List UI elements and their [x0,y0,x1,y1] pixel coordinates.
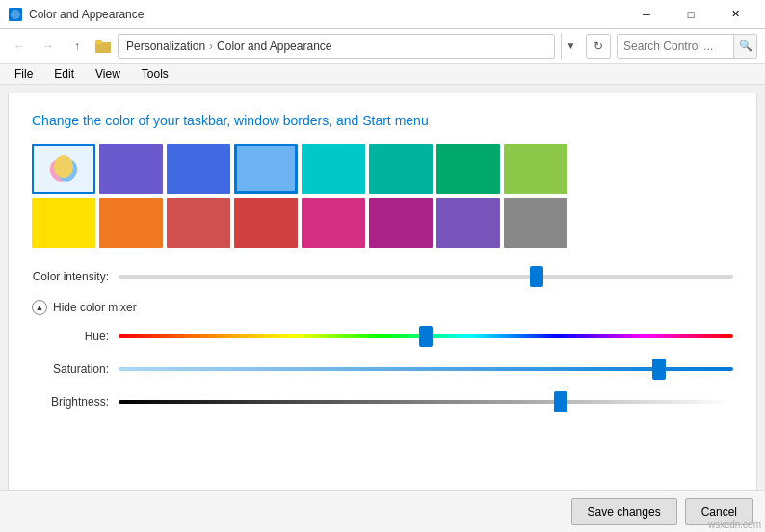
minimize-button[interactable]: ─ [624,0,669,29]
save-button[interactable]: Save changes [571,498,677,525]
intensity-thumb[interactable] [530,266,543,287]
breadcrumb-dropdown-button[interactable]: ▼ [561,34,580,59]
swatch-orange[interactable] [99,198,163,248]
main-content: Change the color of your taskbar, window… [8,93,757,517]
window-controls: ─ □ ✕ [624,0,757,29]
menu-file[interactable]: File [4,65,43,84]
svg-point-6 [54,155,73,178]
swatch-row-2 [32,198,733,248]
hue-slider-row: Hue: [32,327,733,346]
brightness-thumb[interactable] [554,391,567,412]
menu-edit[interactable]: Edit [43,65,85,84]
intensity-label: Color intensity: [32,270,109,283]
address-bar: ← → ↑ Personalization › Color and Appear… [0,29,765,64]
swatch-green-teal[interactable] [369,144,433,194]
up-button[interactable]: ↑ [66,35,89,58]
title-bar: Color and Appearance ─ □ ✕ [0,0,765,29]
window-title: Color and Appearance [29,8,619,21]
page-title: Change the color of your taskbar, window… [32,113,733,128]
svg-rect-3 [95,40,102,44]
refresh-button[interactable]: ↻ [586,34,611,59]
bottom-bar: Save changes Cancel wsxcdn.com [0,490,765,532]
saturation-thumb[interactable] [652,359,666,380]
maximize-button[interactable]: □ [669,0,713,29]
brightness-slider-wrapper[interactable] [119,392,733,412]
swatch-lavender[interactable] [436,198,500,248]
intensity-slider-row: Color intensity: [32,267,733,286]
menu-bar: File Edit View Tools [0,64,765,85]
hue-thumb[interactable] [419,326,433,347]
swatch-row-1 [32,144,733,194]
swatch-blue[interactable] [167,144,230,194]
close-button[interactable]: ✕ [713,0,757,29]
swatch-light-blue[interactable] [234,144,298,194]
swatch-palette[interactable] [32,144,95,194]
color-swatch-grid [32,144,733,248]
breadcrumb: Personalization › Color and Appearance [118,34,555,59]
breadcrumb-item-2: Color and Appearance [217,40,331,53]
breadcrumb-separator: › [209,40,213,53]
search-button[interactable]: 🔍 [733,34,756,59]
mixer-toggle-label: Hide color mixer [53,301,137,314]
hue-slider-wrapper[interactable] [119,327,733,346]
saturation-track [119,367,733,371]
swatch-gray[interactable] [504,198,567,248]
folder-icon [94,38,112,55]
hue-label: Hue: [32,330,109,343]
swatch-yellow[interactable] [32,198,95,248]
swatch-lime[interactable] [504,144,567,194]
menu-tools[interactable]: Tools [131,65,179,84]
mixer-toggle-icon: ▲ [32,300,47,315]
saturation-label: Saturation: [32,362,109,376]
saturation-slider-row: Saturation: [32,359,733,379]
brightness-track [119,400,733,404]
swatch-green[interactable] [436,144,500,194]
swatch-teal[interactable] [302,144,365,194]
breadcrumb-item-1: Personalization [126,40,205,53]
swatch-dark-red[interactable] [167,198,230,248]
swatch-purple[interactable] [99,144,163,194]
intensity-track [119,275,733,279]
search-box: 🔍 [617,34,757,59]
saturation-slider-wrapper[interactable] [119,359,733,379]
brightness-slider-row: Brightness: [32,392,733,412]
search-input[interactable] [618,35,733,58]
watermark: wsxcdn.com [708,519,761,530]
menu-view[interactable]: View [85,65,131,84]
svg-point-1 [11,10,20,19]
mixer-toggle[interactable]: ▲ Hide color mixer [32,300,733,315]
intensity-slider-wrapper[interactable] [119,267,733,286]
swatch-magenta[interactable] [369,198,433,248]
forward-button[interactable]: → [37,35,60,58]
back-button[interactable]: ← [8,35,31,58]
brightness-label: Brightness: [32,395,109,409]
app-icon [8,7,23,22]
swatch-red[interactable] [234,198,298,248]
swatch-pink[interactable] [302,198,365,248]
